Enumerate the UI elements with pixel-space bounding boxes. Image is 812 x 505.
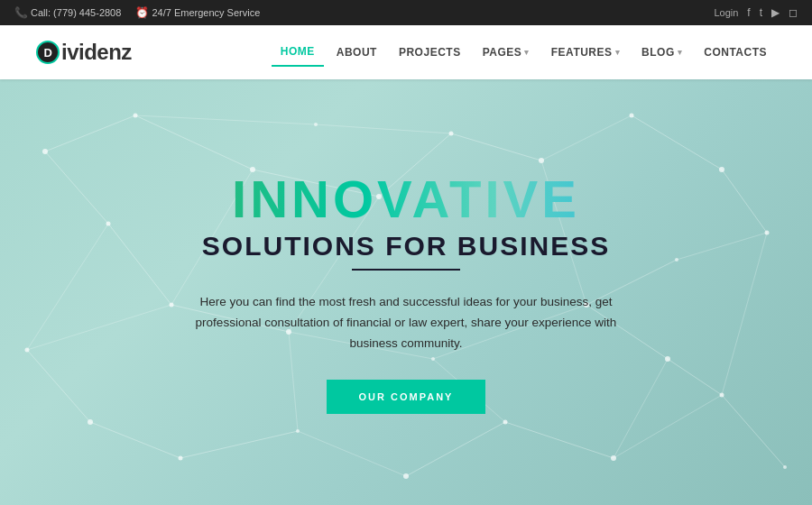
svg-line-51 (298, 431, 406, 476)
header: D ividenz HOME ABOUT PROJECTS PAGES ▾ FE… (0, 25, 812, 79)
svg-line-34 (541, 115, 632, 161)
top-bar-left: 📞 Call: (779) 445-2808 ⏰ 24/7 Emergency … (14, 6, 260, 19)
emergency-text: 24/7 Emergency Service (152, 7, 260, 18)
hero-content: INNOVATIVE SOLUTIONS FOR BUSINESS Here y… (171, 170, 641, 415)
svg-line-52 (406, 422, 505, 476)
nav-about[interactable]: ABOUT (328, 39, 386, 66)
main-nav: HOME ABOUT PROJECTS PAGES ▾ FEATURES ▾ B… (272, 38, 776, 67)
twitter-icon[interactable]: t (760, 6, 762, 19)
nav-features[interactable]: FEATURES ▾ (542, 39, 629, 66)
hero-title-top: INNOVATIVE (189, 170, 623, 228)
login-link[interactable]: Login (714, 7, 738, 18)
logo[interactable]: D ividenz (36, 40, 132, 65)
svg-line-55 (722, 395, 785, 467)
hero-section: INNOVATIVE SOLUTIONS FOR BUSINESS Here y… (0, 79, 812, 505)
top-bar-right: Login f t ▶ ◻ (714, 6, 798, 19)
emergency-info: ⏰ 24/7 Emergency Service (135, 6, 260, 19)
svg-line-48 (27, 305, 171, 350)
svg-line-31 (316, 124, 451, 133)
logo-text: ividenz (61, 40, 132, 65)
phone-icon: 📞 (14, 6, 28, 19)
svg-line-36 (722, 170, 767, 233)
nav-pages[interactable]: PAGES ▾ (474, 39, 539, 66)
pages-chevron: ▾ (524, 48, 530, 57)
blog-chevron: ▾ (678, 48, 683, 57)
facebook-icon[interactable]: f (747, 6, 750, 19)
hero-description: Here you can find the most fresh and suc… (189, 292, 623, 354)
top-bar: 📞 Call: (779) 445-2808 ⏰ 24/7 Emergency … (0, 0, 812, 25)
clock-icon: ⏰ (135, 6, 149, 19)
nav-blog[interactable]: BLOG ▾ (632, 39, 691, 66)
nav-home[interactable]: HOME (272, 38, 324, 67)
svg-line-53 (505, 422, 614, 458)
svg-line-40 (108, 224, 171, 305)
svg-line-37 (677, 233, 767, 260)
hero-title-bottom: SOLUTIONS FOR BUSINESS (202, 231, 610, 271)
youtube-icon[interactable]: ▶ (771, 6, 780, 19)
svg-line-35 (632, 115, 722, 170)
svg-line-46 (668, 359, 722, 395)
instagram-icon[interactable]: ◻ (789, 6, 798, 19)
svg-line-50 (180, 431, 298, 458)
svg-line-49 (90, 422, 180, 458)
logo-icon: D (36, 41, 60, 64)
phone-text: Call: (779) 445-2808 (31, 7, 121, 18)
nav-projects[interactable]: PROJECTS (390, 39, 470, 66)
svg-line-29 (135, 115, 316, 124)
nav-contacts[interactable]: CONTACTS (695, 39, 776, 66)
svg-line-61 (722, 233, 767, 395)
svg-line-27 (135, 115, 253, 170)
svg-line-26 (45, 115, 135, 152)
svg-line-59 (27, 224, 108, 350)
svg-line-33 (451, 133, 541, 161)
features-chevron: ▾ (615, 48, 621, 57)
svg-line-28 (45, 152, 108, 224)
phone-info: 📞 Call: (779) 445-2808 (14, 6, 121, 19)
hero-cta-button[interactable]: OUR COMPANY (327, 380, 486, 414)
svg-line-47 (27, 350, 90, 422)
